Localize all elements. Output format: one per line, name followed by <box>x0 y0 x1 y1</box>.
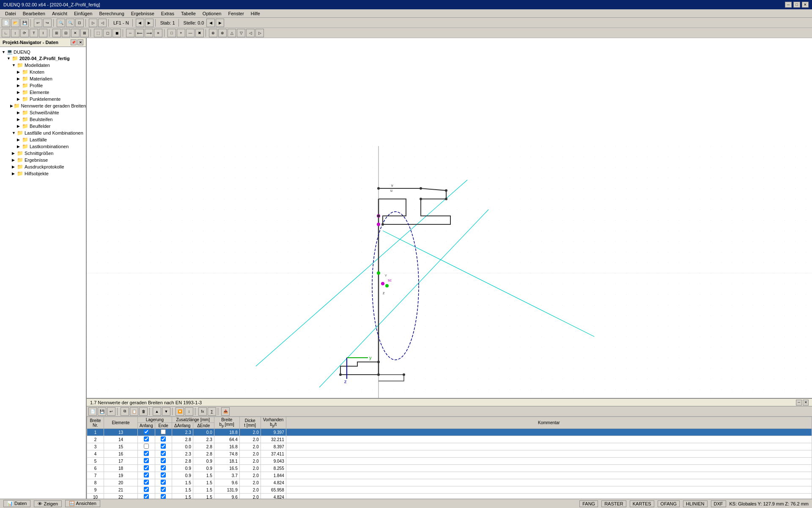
expand-beulfelder[interactable]: ▶ <box>17 124 22 128</box>
table-row[interactable]: 2142.82.364.42.032.211 <box>87 436 812 443</box>
tree-root-duenq[interactable]: ▼ 💻 DUENQ <box>0 49 86 55</box>
table-row[interactable]: 5172.80.918.12.09.043 <box>87 458 812 465</box>
expand-knoten[interactable]: ▶ <box>17 70 22 74</box>
checkbox[interactable] <box>144 458 149 463</box>
menu-berechnung[interactable]: Berechnung <box>96 10 127 17</box>
expand-ergebnisse[interactable]: ▶ <box>12 158 17 162</box>
checkbox[interactable] <box>144 494 149 499</box>
status-kartes[interactable]: KARTES <box>630 500 654 507</box>
checkbox[interactable] <box>144 487 149 492</box>
menu-datei[interactable]: Datei <box>2 10 19 17</box>
table-row[interactable]: 9211.51.5131.92.065.958 <box>87 486 812 494</box>
bt-export[interactable]: 📤 <box>221 407 230 416</box>
expand-punktelemente[interactable]: ▶ <box>17 97 22 101</box>
table-row[interactable]: 1132.30.018.82.09.397 <box>87 429 812 436</box>
expand-schnittgroessen[interactable]: ▶ <box>12 151 17 155</box>
expand-lastfaelle-komb[interactable]: ▼ <box>12 131 17 135</box>
menu-optionen[interactable]: Optionen <box>199 10 225 17</box>
stelle-next[interactable]: ▶ <box>216 19 224 27</box>
expand-materialien[interactable]: ▶ <box>17 77 22 81</box>
tb2-h[interactable]: ✕ <box>71 29 80 37</box>
save-button[interactable]: 💾 <box>20 19 29 27</box>
tb2-o[interactable]: ⟶ <box>145 29 153 37</box>
checkbox[interactable] <box>161 487 166 492</box>
expand-lastfaelle[interactable]: ▶ <box>17 138 22 142</box>
tb2-w[interactable]: △ <box>228 29 236 37</box>
maximize-button[interactable]: □ <box>793 2 800 8</box>
tree-project[interactable]: ▼ 📁 2020-04_Z-Profil_fertig <box>0 55 86 62</box>
menu-einfuegen[interactable]: Einfügen <box>71 10 96 17</box>
tree-elemente[interactable]: ▶ 📁 Elemente <box>0 89 86 96</box>
table-wrapper[interactable]: BreiteNr. Elemente Lagerung Zusatzlänge … <box>87 417 812 499</box>
tb2-u[interactable]: ⊕ <box>209 29 217 37</box>
expand-root[interactable]: ▼ <box>2 50 7 54</box>
menu-fenster[interactable]: Fenster <box>225 10 247 17</box>
expand-nennwerte[interactable]: ▶ <box>10 104 13 108</box>
status-zeigen[interactable]: 👁 Zeigen <box>34 500 62 507</box>
tb2-x[interactable]: ▽ <box>237 29 245 37</box>
tree-knoten[interactable]: ▶ 📁 Knoten <box>0 69 86 75</box>
nav-next[interactable]: ▶ <box>145 19 154 27</box>
tb2-d[interactable]: T <box>30 29 38 37</box>
tree-beulsteifen[interactable]: ▶ 📁 Beulsteifen <box>0 116 86 123</box>
checkbox[interactable] <box>144 472 149 478</box>
status-ansichten[interactable]: 🪟 Ansichten <box>65 500 100 507</box>
tree-schweissnaehte[interactable]: ▶ 📁 Schweißnähte <box>0 109 86 116</box>
table-row[interactable]: 10221.51.59.62.04.824 <box>87 494 812 499</box>
bt-filter[interactable]: 🔽 <box>176 407 184 416</box>
tb2-s[interactable]: — <box>186 29 195 37</box>
tree-ergebnisse[interactable]: ▶ 📁 Ergebnisse <box>0 157 86 163</box>
panel-minimize[interactable]: ─ <box>796 400 802 406</box>
menu-extras[interactable]: Extras <box>158 10 178 17</box>
tb2-f[interactable]: ⊞ <box>52 29 61 37</box>
expand-schweissnaehte[interactable]: ▶ <box>17 110 22 115</box>
tb2-p[interactable]: ≡ <box>154 29 162 37</box>
tb2-t[interactable]: ✖ <box>195 29 204 37</box>
status-daten[interactable]: 📊 Daten <box>3 500 30 507</box>
new-button[interactable]: 📄 <box>2 19 10 27</box>
minimize-button[interactable]: ─ <box>785 2 792 8</box>
bt-paste[interactable]: 📋 <box>130 407 138 416</box>
bt-sort[interactable]: ↕ <box>185 407 193 416</box>
checkbox[interactable] <box>161 458 166 463</box>
bt-undo[interactable]: ↩ <box>107 407 115 416</box>
checkbox[interactable] <box>144 444 149 449</box>
tb2-n[interactable]: ⟵ <box>135 29 144 37</box>
tb2-i[interactable]: ⊠ <box>80 29 89 37</box>
table-row[interactable]: 3150.02.816.82.08.397 <box>87 443 812 450</box>
tb2-l[interactable]: ◼ <box>112 29 121 37</box>
status-fang[interactable]: FANG <box>579 500 598 507</box>
status-hlinien[interactable]: HLINIEN <box>683 500 707 507</box>
table-row[interactable]: 6180.90.916.52.08.255 <box>87 465 812 472</box>
tree-lastfaelle[interactable]: ▶ 📁 Lastfälle <box>0 136 86 143</box>
nav-pin[interactable]: 📌 <box>71 39 77 45</box>
expand-ausdruckprotokolle[interactable]: ▶ <box>12 165 17 169</box>
menu-hilfe[interactable]: Hilfe <box>247 10 263 17</box>
tb2-g[interactable]: ⊟ <box>62 29 70 37</box>
zoom-fit[interactable]: ⊡ <box>75 19 84 27</box>
table-row[interactable]: 7190.91.53.72.01.844 <box>87 472 812 479</box>
checkbox[interactable] <box>144 451 149 456</box>
tb-btn-b[interactable]: ◁ <box>98 19 107 27</box>
expand-profile[interactable]: ▶ <box>17 83 22 88</box>
tb2-a[interactable]: ∟ <box>2 29 10 37</box>
tb2-j[interactable]: ⬚ <box>94 29 102 37</box>
expand-elemente[interactable]: ▶ <box>17 90 22 94</box>
tree-beulfelder[interactable]: ▶ 📁 Beulfelder <box>0 123 86 130</box>
expand-beulsteifen[interactable]: ▶ <box>17 117 22 121</box>
nav-close[interactable]: ✕ <box>77 39 83 45</box>
panel-close[interactable]: ✕ <box>803 400 809 406</box>
tree-ausdruckprotokolle[interactable]: ▶ 📁 Ausdruckprotokolle <box>0 163 86 170</box>
bt-calc[interactable]: ∑ <box>208 407 216 416</box>
nav-prev[interactable]: ◀ <box>136 19 144 27</box>
table-row[interactable]: 4162.32.874.82.037.411 <box>87 450 812 458</box>
tb2-m[interactable]: ↔ <box>126 29 134 37</box>
checkbox[interactable] <box>161 494 166 499</box>
checkbox[interactable] <box>161 451 166 456</box>
bt-up[interactable]: ▲ <box>153 407 161 416</box>
tb2-z[interactable]: ▷ <box>255 29 264 37</box>
bt-formula[interactable]: fx <box>198 407 207 416</box>
checkbox[interactable] <box>161 465 166 470</box>
redo-button[interactable]: ↪ <box>43 19 52 27</box>
status-ofang[interactable]: OFANG <box>658 500 680 507</box>
